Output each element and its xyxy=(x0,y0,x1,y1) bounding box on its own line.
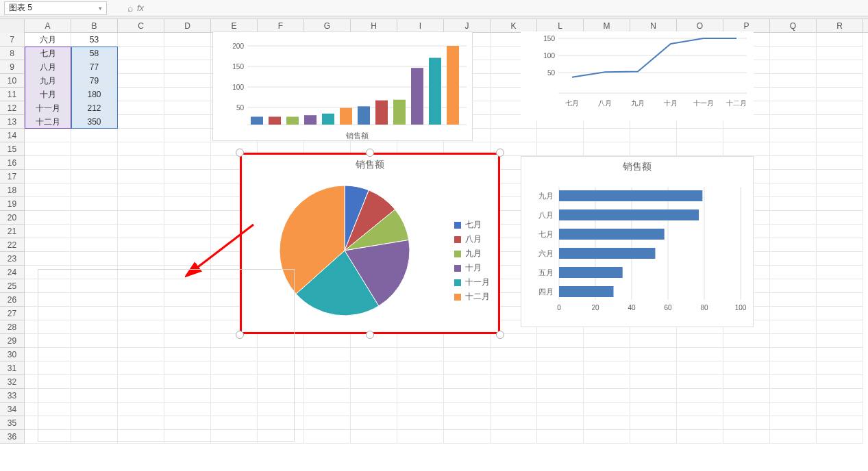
cell[interactable] xyxy=(817,279,863,293)
cell[interactable] xyxy=(444,361,491,375)
col-header-L[interactable]: L xyxy=(537,19,584,32)
cell[interactable] xyxy=(817,129,863,142)
cell[interactable] xyxy=(817,88,863,101)
cell[interactable] xyxy=(397,389,444,403)
cell[interactable] xyxy=(491,389,537,403)
cell[interactable] xyxy=(537,403,584,416)
cell[interactable] xyxy=(817,197,863,211)
cell[interactable] xyxy=(630,361,677,375)
cell[interactable] xyxy=(304,416,351,430)
cell[interactable] xyxy=(817,60,863,74)
cell[interactable] xyxy=(118,33,164,47)
cell[interactable]: 八月 xyxy=(25,60,71,74)
cell[interactable] xyxy=(351,403,397,416)
column-chart[interactable]: 200 150 100 50 销售额 xyxy=(212,31,473,141)
cell[interactable] xyxy=(397,430,444,444)
cell[interactable] xyxy=(817,375,863,389)
row-header[interactable]: 35 xyxy=(0,416,24,430)
row-header[interactable]: 11 xyxy=(0,88,24,101)
cell[interactable] xyxy=(351,361,397,375)
cell[interactable] xyxy=(723,416,770,430)
cell[interactable] xyxy=(164,197,211,211)
fx-icon[interactable]: fx xyxy=(137,3,144,13)
col-header-B[interactable]: B xyxy=(71,19,118,32)
row-header[interactable]: 36 xyxy=(0,430,24,444)
cell[interactable] xyxy=(118,183,164,197)
cell[interactable]: 350 xyxy=(71,115,118,129)
cell[interactable]: 53 xyxy=(71,33,118,47)
cell[interactable] xyxy=(584,389,630,403)
cell[interactable] xyxy=(164,170,211,183)
row-header[interactable]: 12 xyxy=(0,101,24,115)
cell[interactable] xyxy=(630,129,677,142)
cell[interactable] xyxy=(164,60,211,74)
cell[interactable] xyxy=(304,334,351,348)
cell[interactable] xyxy=(677,430,723,444)
cell[interactable] xyxy=(25,183,71,197)
cell[interactable] xyxy=(584,361,630,375)
cell[interactable] xyxy=(770,361,817,375)
cell[interactable] xyxy=(351,416,397,430)
col-header-N[interactable]: N xyxy=(630,19,677,32)
cell[interactable] xyxy=(25,129,71,142)
cell[interactable] xyxy=(630,142,677,156)
cell[interactable] xyxy=(770,74,817,88)
cell[interactable] xyxy=(118,197,164,211)
cell[interactable] xyxy=(584,334,630,348)
cell[interactable]: 180 xyxy=(71,88,118,101)
col-header-G[interactable]: G xyxy=(304,19,351,32)
cell[interactable] xyxy=(723,142,770,156)
cell[interactable] xyxy=(770,101,817,115)
cell[interactable] xyxy=(164,183,211,197)
cell[interactable] xyxy=(444,334,491,348)
row-header[interactable]: 25 xyxy=(0,279,24,293)
cell[interactable] xyxy=(770,129,817,142)
cell[interactable] xyxy=(770,88,817,101)
cell[interactable] xyxy=(677,142,723,156)
row-header[interactable]: 34 xyxy=(0,403,24,416)
cell[interactable] xyxy=(304,389,351,403)
cell[interactable] xyxy=(817,183,863,197)
cell[interactable] xyxy=(770,33,817,47)
row-header[interactable]: 30 xyxy=(0,348,24,361)
cell[interactable] xyxy=(537,142,584,156)
cell[interactable] xyxy=(584,416,630,430)
cell[interactable] xyxy=(164,101,211,115)
cell[interactable] xyxy=(397,416,444,430)
row-header[interactable]: 9 xyxy=(0,60,24,74)
row-header[interactable]: 20 xyxy=(0,211,24,225)
cell[interactable] xyxy=(71,183,118,197)
resize-handle-ne[interactable] xyxy=(496,149,504,157)
cell[interactable] xyxy=(491,430,537,444)
cell[interactable] xyxy=(770,279,817,293)
row-header[interactable]: 33 xyxy=(0,389,24,403)
cell[interactable] xyxy=(817,430,863,444)
cell[interactable] xyxy=(630,403,677,416)
cell[interactable] xyxy=(723,348,770,361)
cell[interactable] xyxy=(630,348,677,361)
cell[interactable] xyxy=(444,389,491,403)
col-header-A[interactable]: A xyxy=(25,19,71,32)
cell[interactable] xyxy=(164,33,211,47)
name-box[interactable]: 图表 5 ▾ xyxy=(4,1,107,15)
row-header[interactable]: 21 xyxy=(0,225,24,238)
row-header[interactable]: 15 xyxy=(0,142,24,156)
cell[interactable] xyxy=(817,156,863,170)
col-header-R[interactable]: R xyxy=(817,19,863,32)
cell[interactable] xyxy=(25,238,71,252)
row-header[interactable]: 29 xyxy=(0,334,24,348)
cell[interactable] xyxy=(770,156,817,170)
cell[interactable] xyxy=(770,211,817,225)
cell[interactable] xyxy=(584,348,630,361)
row-header[interactable]: 16 xyxy=(0,156,24,170)
row-header[interactable]: 8 xyxy=(0,47,24,60)
cell[interactable] xyxy=(25,156,71,170)
cell[interactable]: 六月 xyxy=(25,33,71,47)
cell[interactable] xyxy=(164,225,211,238)
cell[interactable] xyxy=(723,389,770,403)
cell[interactable] xyxy=(164,211,211,225)
cell[interactable] xyxy=(817,47,863,60)
col-header-J[interactable]: J xyxy=(444,19,491,32)
cell[interactable] xyxy=(630,389,677,403)
cell[interactable] xyxy=(537,389,584,403)
